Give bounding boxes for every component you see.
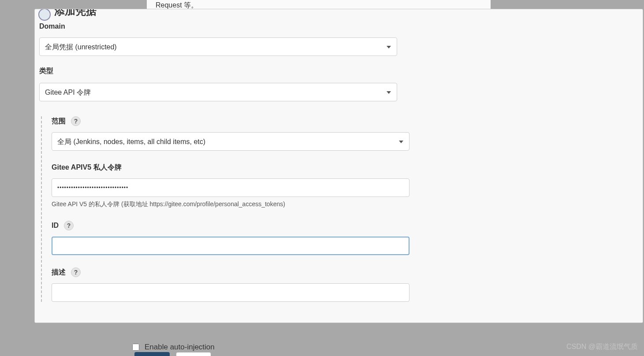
bottom-buttons [134,352,211,356]
token-label: Gitee APIV5 私人令牌 [52,163,122,172]
token-help-text: Gitee API V5 的私人令牌 (获取地址 https://gitee.c… [52,200,409,208]
enable-auto-injection-checkbox[interactable] [132,344,139,351]
domain-select-wrap: 全局凭据 (unrestricted) [39,37,397,56]
type-label: 类型 [39,67,638,76]
primary-button[interactable] [134,352,170,356]
type-select[interactable]: Gitee API 令牌 [39,83,397,101]
nested-section: 范围 ? 全局 (Jenkins, nodes, items, all chil… [41,116,638,302]
description-group: 描述 ? [52,267,638,302]
token-group: Gitee APIV5 私人令牌 Gitee API V5 的私人令牌 (获取地… [52,163,638,208]
modal-title-row: 添加凭据 [38,9,643,18]
help-icon[interactable]: ? [71,116,81,126]
help-icon[interactable]: ? [71,267,81,277]
type-select-wrap: Gitee API 令牌 [39,83,397,101]
id-input[interactable] [52,237,409,255]
background-snippet-text: Request 等。 [156,1,198,9]
id-group: ID ? [52,221,638,255]
scope-label: 范围 [52,117,66,126]
scope-select[interactable]: 全局 (Jenkins, nodes, items, all child ite… [52,132,409,151]
domain-select[interactable]: 全局凭据 (unrestricted) [39,37,397,56]
credentials-icon [38,9,51,21]
description-input[interactable] [52,283,409,302]
secondary-button[interactable] [176,352,211,356]
token-input[interactable] [52,178,409,197]
domain-label: Domain [39,22,638,30]
description-label: 描述 [52,268,66,277]
scope-group: 范围 ? 全局 (Jenkins, nodes, items, all chil… [52,116,638,151]
help-icon[interactable]: ? [64,221,74,230]
watermark: CSDN @霸道流氓气质 [566,342,638,352]
type-group: 类型 Gitee API 令牌 [39,67,638,101]
bottom-checkbox-row: Enable auto-injection [132,343,215,352]
id-label: ID [52,222,59,230]
enable-auto-injection-label: Enable auto-injection [145,343,215,352]
domain-group: Domain 全局凭据 (unrestricted) [39,22,638,56]
modal-title: 添加凭据 [54,9,97,18]
add-credentials-modal: 添加凭据 Domain 全局凭据 (unrestricted) 类型 Gitee… [34,9,643,323]
scope-select-wrap: 全局 (Jenkins, nodes, items, all child ite… [52,132,409,151]
